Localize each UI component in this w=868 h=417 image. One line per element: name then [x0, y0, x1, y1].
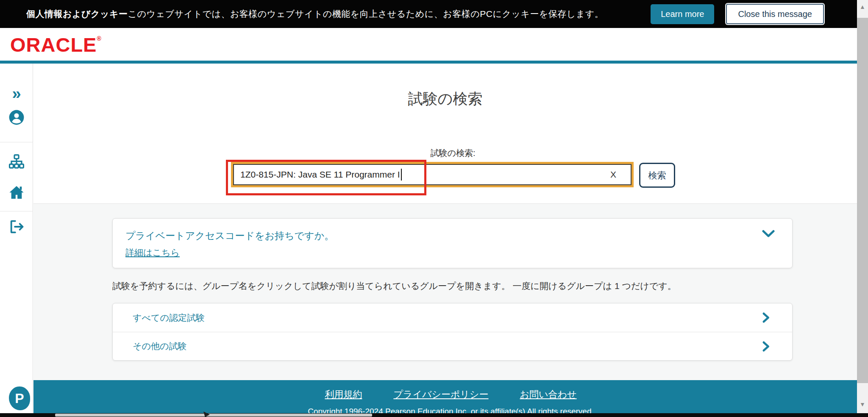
- group-row-certification-exams[interactable]: すべての認定試験: [113, 303, 792, 332]
- chevron-right-icon: [762, 312, 770, 325]
- chevron-right-icon: [762, 341, 770, 354]
- search-field-label: 試験の検索:: [231, 147, 675, 159]
- expand-sidebar-button[interactable]: »: [0, 86, 33, 102]
- details-link[interactable]: 詳細はこちら: [125, 247, 180, 259]
- cookie-banner: 個人情報およびクッキーこのウェブサイトでは、お客様のウェブサイトの機能を向上させ…: [0, 0, 857, 28]
- close-message-button[interactable]: Close this message: [726, 4, 824, 24]
- vertical-scrollbar[interactable]: ▲ ▼: [857, 0, 868, 417]
- scroll-down-arrow[interactable]: ▼: [857, 401, 868, 408]
- search-input-value: 1Z0-815-JPN: Java SE 11 Programmer I: [240, 170, 400, 180]
- footer-links: 利用規約 プライバシーポリシー お問い合わせ: [33, 380, 868, 401]
- page-title: 試験の検索: [33, 89, 857, 109]
- oracle-logo: ORACLE®: [10, 33, 102, 56]
- account-icon: [8, 109, 25, 125]
- cookie-message: 個人情報およびクッキーこのウェブサイトでは、お客様のウェブサイトの機能を向上させ…: [26, 8, 639, 20]
- footer-link-terms[interactable]: 利用規約: [325, 388, 362, 401]
- accordion-toggle[interactable]: [762, 230, 775, 239]
- group-row-label: その他の試験: [133, 340, 186, 352]
- clear-search-button[interactable]: X: [610, 170, 616, 180]
- sidebar-item-logout[interactable]: [0, 219, 33, 236]
- sidebar-nav: »: [0, 64, 33, 413]
- sidebar-divider: [0, 211, 33, 211]
- cookie-message-body: このウェブサイトでは、お客様のウェブサイトの機能を向上させるために、お客様のPC…: [128, 9, 604, 19]
- registered-mark: ®: [97, 35, 101, 42]
- vertical-scrollbar-thumb[interactable]: [857, 18, 868, 383]
- double-chevron-right-icon: »: [12, 85, 21, 103]
- search-button[interactable]: 検索: [639, 163, 675, 188]
- learn-more-button[interactable]: Learn more: [651, 4, 714, 24]
- sidebar-item-home[interactable]: [0, 184, 33, 203]
- sitemap-icon: [8, 153, 25, 170]
- horizontal-scrollbar[interactable]: [0, 413, 868, 417]
- text-caret: [401, 169, 402, 181]
- sidebar-divider: [0, 142, 33, 142]
- booking-instruction-text: 試験を予約するには、グループ名をクリックして試験が割り当てられているグループを開…: [112, 280, 676, 292]
- footer-link-contact[interactable]: お問い合わせ: [520, 388, 577, 401]
- footer-link-privacy[interactable]: プライバシーポリシー: [393, 388, 488, 401]
- exam-search-page: 個人情報およびクッキーこのウェブサイトでは、お客様のウェブサイトの機能を向上させ…: [0, 0, 868, 417]
- results-section: プライベートアクセスコードをお持ちですか。 詳細はこちら 試験を予約するには、グ…: [33, 204, 857, 380]
- sidebar-item-account[interactable]: [0, 109, 33, 127]
- search-input-focus-outline: 1Z0-815-JPN: Java SE 11 Programmer I X: [231, 162, 634, 187]
- exam-group-list: すべての認定試験 その他の試験: [112, 303, 793, 361]
- app-footer: 利用規約 プライバシーポリシー お問い合わせ Copyright 1996-20…: [33, 380, 868, 417]
- cookie-message-bold: 個人情報およびクッキー: [26, 9, 128, 19]
- group-row-label: すべての認定試験: [133, 312, 205, 324]
- private-access-code-title: プライベートアクセスコードをお持ちですか。: [125, 229, 779, 242]
- scroll-up-arrow[interactable]: ▲: [857, 3, 868, 10]
- oracle-logo-text: ORACLE: [10, 33, 97, 56]
- header-divider-bar: [0, 61, 857, 64]
- sidebar-item-groups[interactable]: [0, 153, 33, 171]
- group-row-other-exams[interactable]: その他の試験: [113, 332, 792, 360]
- private-access-code-panel: プライベートアクセスコードをお持ちですか。 詳細はこちら: [112, 218, 793, 268]
- chevron-down-icon: [762, 230, 775, 238]
- app-header: ORACLE®: [0, 28, 857, 61]
- search-section: 試験の検索 試験の検索: 1Z0-815-JPN: Java SE 11 Pro…: [33, 64, 857, 204]
- pearson-logo-letter: P: [15, 391, 24, 406]
- home-icon: [8, 184, 25, 201]
- logout-icon: [8, 219, 25, 235]
- exam-search-input[interactable]: 1Z0-815-JPN: Java SE 11 Programmer I X: [233, 164, 632, 185]
- horizontal-scrollbar-thumb[interactable]: [55, 414, 372, 417]
- pearson-logo: P: [9, 386, 30, 410]
